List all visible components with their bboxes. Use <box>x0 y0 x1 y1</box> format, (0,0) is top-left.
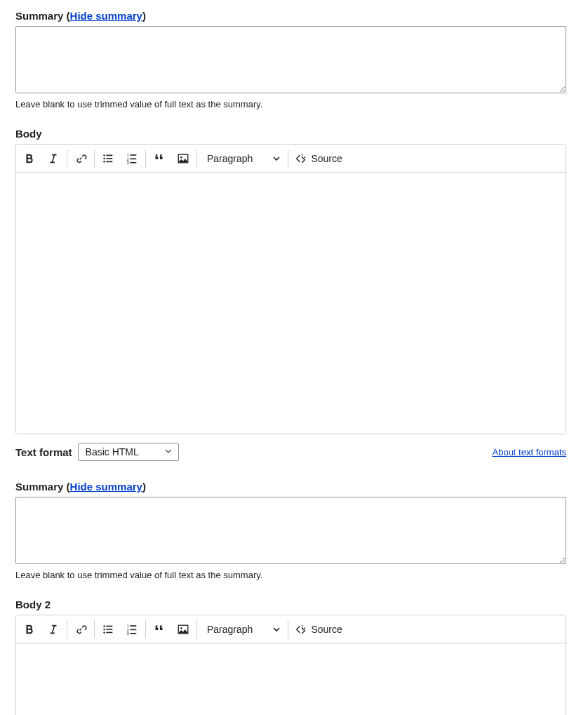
svg-point-13 <box>180 156 182 158</box>
bold-icon <box>23 152 36 165</box>
italic-button[interactable] <box>41 617 65 641</box>
chevron-down-icon <box>164 446 173 457</box>
svg-rect-5 <box>106 161 112 162</box>
bulleted-list-button[interactable] <box>96 147 120 171</box>
summary-textarea[interactable] <box>15 26 566 93</box>
svg-rect-11 <box>130 161 136 163</box>
toolbar-separator <box>288 620 288 639</box>
source-button-label: Source <box>311 624 342 635</box>
bold-button[interactable] <box>18 617 41 641</box>
svg-rect-9 <box>130 158 136 159</box>
summary-help-text: Leave blank to use trimmed value of full… <box>15 99 573 109</box>
paren-open: ( <box>63 10 69 22</box>
svg-point-18 <box>103 632 105 634</box>
toolbar-separator <box>94 620 95 639</box>
text-format-select[interactable]: Basic HTML <box>78 443 179 461</box>
toolbar-separator <box>196 620 197 639</box>
blockquote-icon <box>153 623 166 636</box>
svg-rect-25 <box>130 632 136 634</box>
image-button[interactable] <box>171 147 195 171</box>
numbered-list-icon: 123 <box>126 152 138 165</box>
summary-label-text: Summary <box>15 10 63 22</box>
svg-point-2 <box>103 157 105 159</box>
svg-rect-23 <box>130 629 136 630</box>
source-button[interactable]: Source <box>290 616 350 643</box>
bulleted-list-icon <box>102 623 114 636</box>
body-2-editor: 123 Paragraph Source <box>15 615 566 715</box>
body-2-label: Body 2 <box>15 599 573 610</box>
about-text-formats-link[interactable]: About text formats <box>493 447 567 457</box>
svg-rect-15 <box>106 625 112 627</box>
italic-button[interactable] <box>41 147 65 171</box>
paren-open: ( <box>63 481 69 493</box>
summary-label-text: Summary <box>15 481 63 493</box>
summary-help-text-2: Leave blank to use trimmed value of full… <box>15 570 573 580</box>
svg-rect-3 <box>106 158 112 159</box>
link-icon <box>74 623 87 636</box>
heading-dropdown[interactable]: Paragraph <box>199 616 286 643</box>
link-button[interactable] <box>69 617 93 641</box>
svg-text:3: 3 <box>127 632 129 636</box>
chevron-down-icon <box>272 154 281 163</box>
svg-text:3: 3 <box>127 161 129 165</box>
bold-icon <box>23 623 36 636</box>
numbered-list-button[interactable]: 123 <box>120 617 144 641</box>
text-format-selected: Basic HTML <box>86 446 139 457</box>
paren-close: ) <box>142 481 146 493</box>
bold-button[interactable] <box>18 147 41 171</box>
body-editor: 123 Paragraph Source <box>15 144 566 434</box>
chevron-down-icon <box>272 625 281 634</box>
source-button[interactable]: Source <box>290 145 350 172</box>
link-icon <box>74 152 87 165</box>
svg-point-16 <box>103 628 105 630</box>
heading-dropdown-label: Paragraph <box>207 624 253 635</box>
editor-toolbar: 123 Paragraph Source <box>16 145 566 173</box>
svg-point-4 <box>103 161 105 163</box>
toolbar-separator <box>67 149 67 168</box>
text-format-label: Text format <box>15 446 72 458</box>
body-label: Body <box>15 128 573 140</box>
summary-label: Summary (Hide summary) <box>15 10 573 22</box>
toolbar-separator <box>196 149 197 168</box>
bulleted-list-button[interactable] <box>96 617 120 641</box>
toolbar-separator <box>145 149 146 168</box>
toolbar-separator <box>145 620 146 639</box>
image-button[interactable] <box>171 617 195 641</box>
numbered-list-button[interactable]: 123 <box>120 147 144 171</box>
svg-rect-7 <box>130 154 136 156</box>
numbered-list-icon: 123 <box>126 623 138 636</box>
italic-icon <box>47 623 60 636</box>
heading-dropdown-label: Paragraph <box>207 153 253 164</box>
editor-toolbar-2: 123 Paragraph Source <box>16 615 566 643</box>
svg-point-27 <box>180 627 182 629</box>
hide-summary-link[interactable]: Hide summary <box>70 481 142 493</box>
summary-textarea-2[interactable] <box>15 497 566 564</box>
blockquote-button[interactable] <box>147 147 171 171</box>
source-button-label: Source <box>311 153 342 164</box>
summary-label: Summary (Hide summary) <box>15 481 573 493</box>
svg-rect-17 <box>106 629 112 630</box>
svg-rect-1 <box>106 154 112 156</box>
svg-point-0 <box>103 154 105 156</box>
blockquote-button[interactable] <box>147 617 171 641</box>
image-icon <box>177 623 189 636</box>
bulleted-list-icon <box>102 152 114 165</box>
svg-rect-19 <box>106 632 112 633</box>
editor-content-area-2[interactable] <box>16 643 566 715</box>
heading-dropdown[interactable]: Paragraph <box>199 145 286 172</box>
hide-summary-link[interactable]: Hide summary <box>70 10 142 22</box>
text-format-row: Text format Basic HTML About text format… <box>15 443 566 461</box>
paren-close: ) <box>142 10 146 22</box>
source-icon <box>294 623 307 636</box>
link-button[interactable] <box>69 147 93 171</box>
italic-icon <box>47 152 60 165</box>
toolbar-separator <box>67 620 67 639</box>
editor-content-area[interactable] <box>16 173 566 434</box>
toolbar-separator <box>94 149 95 168</box>
toolbar-separator <box>288 149 288 168</box>
svg-rect-21 <box>130 625 136 627</box>
source-icon <box>294 152 307 165</box>
svg-point-14 <box>103 625 105 627</box>
blockquote-icon <box>153 152 166 165</box>
image-icon <box>177 152 189 165</box>
